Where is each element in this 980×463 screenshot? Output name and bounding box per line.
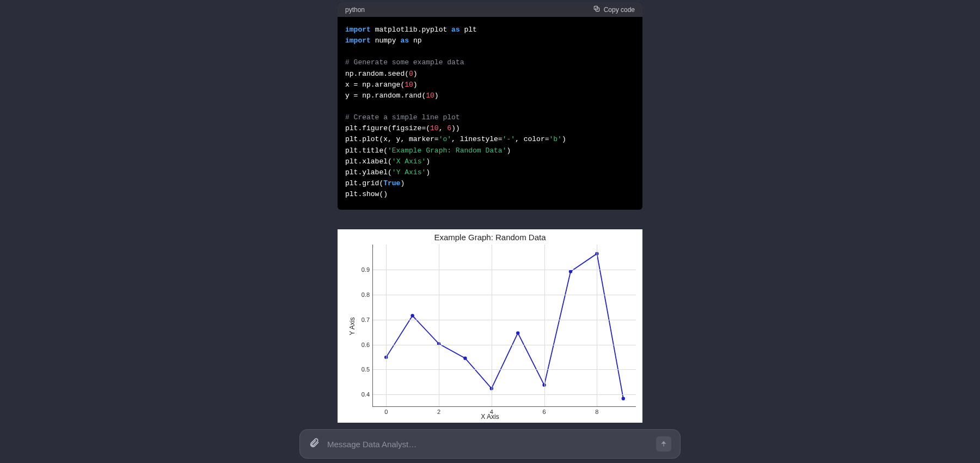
svg-point-7	[516, 331, 519, 334]
ytick-label: 0.7	[362, 316, 370, 323]
code-language-label: python	[345, 6, 365, 14]
svg-point-5	[463, 357, 467, 360]
chart-output: Example Graph: Random Data Y Axis 0.40.5…	[338, 229, 642, 423]
svg-point-3	[411, 314, 414, 318]
chart-title: Example Graph: Random Data	[338, 233, 642, 242]
gridline-vertical	[386, 245, 387, 406]
copy-code-button[interactable]: Copy code	[593, 5, 635, 14]
chart-ylabel: Y Axis	[348, 317, 356, 335]
ytick-label: 0.5	[362, 366, 370, 373]
chart-plot-area: 0.40.50.60.70.80.902468	[372, 245, 636, 407]
ytick-label: 0.8	[362, 291, 370, 298]
copy-code-label: Copy code	[604, 6, 635, 14]
ytick-label: 0.6	[362, 342, 370, 348]
attach-icon[interactable]	[309, 437, 320, 450]
code-header: python Copy code	[338, 2, 642, 17]
gridline-vertical	[544, 245, 545, 406]
copy-icon	[593, 5, 601, 14]
ytick-label: 0.9	[362, 266, 370, 273]
code-block: python Copy code import matplotlib.pyplo…	[338, 2, 642, 210]
svg-point-9	[569, 270, 572, 273]
message-input[interactable]	[327, 440, 648, 449]
chart-xlabel: X Axis	[338, 413, 642, 421]
gridline-vertical	[597, 245, 597, 406]
gridline-vertical	[492, 245, 492, 406]
message-composer	[299, 429, 681, 459]
send-button[interactable]	[656, 436, 671, 452]
code-content[interactable]: import matplotlib.pyplot as plt import n…	[338, 17, 642, 210]
svg-point-11	[622, 397, 625, 400]
ytick-label: 0.4	[362, 391, 370, 398]
gridline-vertical	[439, 245, 439, 406]
